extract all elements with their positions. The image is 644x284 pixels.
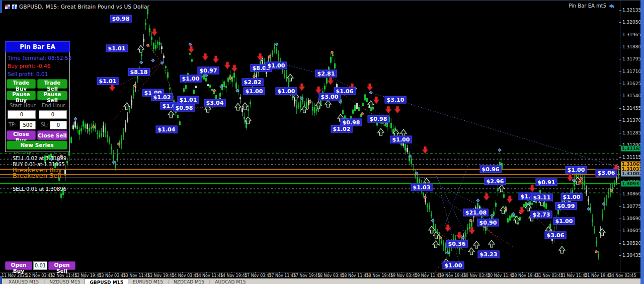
- trendlines: [50, 44, 616, 272]
- buy-profit-text: Buy profit: -0.46: [8, 63, 50, 69]
- buy-arrow-icon: [514, 216, 520, 223]
- buy-arrow-icon: [293, 93, 299, 100]
- window-edge-top: [0, 0, 644, 1]
- new-series-button[interactable]: New Series: [7, 140, 67, 150]
- buy-arrow-icon: [433, 232, 439, 239]
- window-edge-bottom-left: [0, 276, 2, 284]
- trade-buy-button[interactable]: Trade Buy: [7, 79, 36, 89]
- sell-arrow-icon: [373, 97, 379, 104]
- buy-arrow-icon: [287, 74, 293, 81]
- start-hour-label: Start Hour: [10, 103, 36, 108]
- time-axis-label: 12 Nov 19:45: [74, 273, 102, 278]
- lot-size-input[interactable]: [33, 261, 47, 270]
- ea-hat-icon: [608, 4, 615, 9]
- sell-arrow-icon: [507, 196, 513, 203]
- tp-label: TP:: [9, 122, 17, 127]
- time-axis-label: 13 Nov 11:45: [123, 273, 150, 278]
- start-hour-input[interactable]: [8, 110, 36, 119]
- time-axis-label: 13 Nov 19:45: [147, 273, 175, 278]
- buy-arrow-icon: [473, 241, 479, 248]
- end-hour-input[interactable]: [39, 110, 67, 119]
- symbol-icon: [5, 5, 10, 9]
- signal-markers: [50, 43, 620, 255]
- time-axis-label: 21 Nov 19:45: [585, 273, 612, 278]
- chart-tab-gbpusd[interactable]: GBPUSD M15: [85, 278, 128, 284]
- sell-arrow-icon: [445, 225, 451, 232]
- window-edge-right: [640, 0, 644, 284]
- tp-input[interactable]: [20, 121, 36, 129]
- sell-arrow-icon: [188, 46, 194, 53]
- buy-arrow-icon: [168, 111, 174, 118]
- time-axis-label: 18 Nov 03:45: [317, 273, 345, 278]
- time-axis-label: 24 Nov 03:45: [609, 273, 636, 278]
- sell-arrow-icon: [385, 106, 391, 113]
- trade-sell-button[interactable]: Trade Sell: [37, 79, 67, 89]
- time-axis-label: 18 Nov 19:45: [366, 273, 393, 278]
- chart-tab-audcad[interactable]: AUDCAD M15: [210, 278, 250, 284]
- ea-name: Pin Bar EA mt5: [569, 3, 606, 9]
- sell-arrow-icon: [224, 62, 230, 69]
- open-sell-button[interactable]: Open Sell: [48, 261, 75, 270]
- pause-sell-button[interactable]: Pause Sell: [37, 91, 67, 100]
- time-axis-label: 12 Nov 11:45: [50, 273, 77, 278]
- buy-arrow-icon: [217, 98, 223, 105]
- order-row: Open Buy Open Sell: [5, 261, 75, 270]
- time-axis-label: 14 Nov 03:45: [172, 273, 199, 278]
- time-axis-label: 14 Nov 11:45: [196, 273, 223, 278]
- time-axis-label: 19 Nov 19:45: [439, 273, 466, 278]
- ea-badge: Pin Bar EA mt5: [569, 3, 615, 9]
- sell-arrow-icon: [315, 87, 321, 94]
- pause-buy-button[interactable]: Pause Buy: [7, 91, 36, 100]
- sell-arrow-icon: [529, 185, 535, 192]
- time-axis-label: 17 Nov 19:45: [293, 273, 320, 278]
- sell-arrow-icon: [422, 147, 428, 154]
- time-axis-label: 19 Nov 11:45: [415, 273, 442, 278]
- sell-arrow-icon: [328, 78, 334, 85]
- candles: [44, 8, 619, 260]
- sell-arrow-icon: [484, 193, 490, 200]
- buy-arrow-icon: [559, 246, 565, 253]
- chart-title-bar: GBPUSD, M15: Great Britain Pound vs US D…: [5, 3, 149, 10]
- chart-tab-nzdusd[interactable]: NZDUSD M15: [45, 278, 85, 284]
- time-axis-label: 20 Nov 19:45: [512, 273, 539, 278]
- end-hour-label: End Hour: [42, 103, 65, 108]
- sl-input[interactable]: [50, 121, 67, 129]
- chart-title: GBPUSD, M15: Great Britain Pound vs US D…: [19, 4, 149, 10]
- sell-arrow-icon: [299, 84, 305, 91]
- sell-arrow-icon: [231, 65, 237, 72]
- time-axis-separator: [0, 272, 644, 272]
- sell-arrow-icon: [109, 84, 115, 91]
- time-axis-label: 19 Nov 03:45: [390, 273, 418, 278]
- buy-arrow-icon: [468, 248, 474, 255]
- panel-title[interactable]: Pin Bar EA: [5, 41, 70, 52]
- buy-arrow-icon: [489, 240, 495, 247]
- sell-arrow-icon: [151, 29, 157, 36]
- time-axis-label: 11 Nov 2025: [2, 273, 27, 278]
- time-axis-label: 21 Nov 11:45: [560, 273, 588, 278]
- time-terminal-text: Time Terminal: 08:52:53: [8, 55, 71, 61]
- sell-arrow-icon: [595, 171, 601, 178]
- time-axis-label: 17 Nov 03:45: [245, 273, 272, 278]
- chart-tab-nzdcad[interactable]: NZDCAD M15: [169, 278, 209, 284]
- chart-tab-xauusd[interactable]: XAUUSD M15: [4, 278, 43, 284]
- sell-arrow-icon: [367, 84, 373, 91]
- close-sell-button[interactable]: Close Sell: [37, 130, 67, 140]
- close-buy-button[interactable]: Close Buy: [7, 130, 36, 140]
- sl-label: SL:: [41, 122, 48, 127]
- time-axis-label: 17 Nov 11:45: [269, 273, 296, 278]
- sell-arrow-icon: [213, 56, 219, 63]
- buy-arrow-icon: [567, 201, 573, 208]
- pin-bar-ea-panel: Pin Bar EA Time Terminal: 08:52:53 Buy p…: [5, 41, 70, 152]
- open-buy-button[interactable]: Open Buy: [5, 261, 32, 270]
- trade-arrows: [109, 29, 619, 266]
- buy-arrow-icon: [433, 241, 439, 248]
- price-axis-separator: [620, 0, 620, 272]
- time-axis-label: 14 Nov 19:45: [220, 273, 248, 278]
- chart-tab-eurusd[interactable]: EURUSD M15: [128, 278, 168, 284]
- time-axis-label: 20 Nov 03:45: [463, 273, 491, 278]
- buy-arrow-icon: [499, 185, 505, 192]
- time-axis-label: 12 Nov 03:45: [26, 273, 53, 278]
- time-axis-label: 18 Nov 11:45: [342, 273, 369, 278]
- buy-arrow-icon: [378, 128, 384, 135]
- buy-arrow-icon: [138, 45, 144, 52]
